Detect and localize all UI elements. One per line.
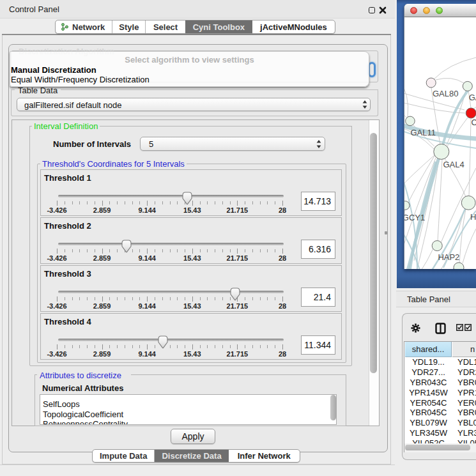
svg-text:H: H — [470, 212, 476, 222]
svg-text:HAP2: HAP2 — [438, 252, 459, 262]
svg-text:GAL11: GAL11 — [410, 128, 436, 137]
svg-text:GCY1: GCY1 — [404, 213, 425, 222]
svg-text:GAL4: GAL4 — [443, 160, 464, 169]
svg-text:GAL80: GAL80 — [433, 89, 458, 98]
svg-text:GA: GA — [468, 93, 475, 102]
svg-text:C: C — [471, 118, 476, 127]
